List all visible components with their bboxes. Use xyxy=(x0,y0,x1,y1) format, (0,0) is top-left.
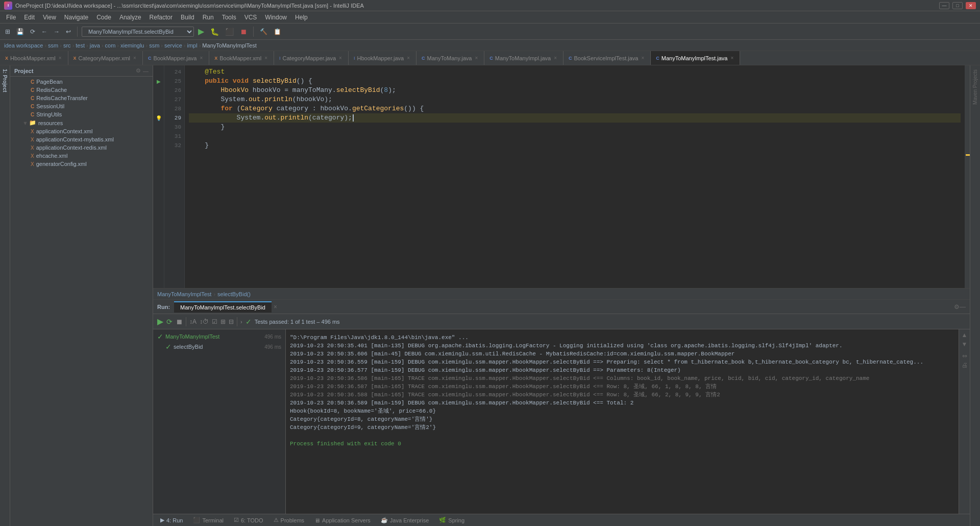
breadcrumb-java[interactable]: java xyxy=(90,42,100,49)
close-button[interactable]: ✕ xyxy=(966,2,976,9)
bottom-tab-todo[interactable]: ☑ 6: TODO xyxy=(229,516,268,524)
gutter-bulb-29[interactable]: 💡 xyxy=(153,113,164,123)
tree-item-appcontext-xml[interactable]: X applicationContext.xml xyxy=(10,127,153,135)
breadcrumb-method[interactable]: selectByBid() xyxy=(217,291,251,297)
code-scrollbar[interactable] xyxy=(965,65,970,288)
project-collapse[interactable]: — xyxy=(143,67,149,74)
run-next-failed[interactable]: › xyxy=(240,319,242,325)
tab-hbookmapper-xml[interactable]: X HbookMapper.xml × xyxy=(0,51,68,65)
tab-manytomanyimpl-java[interactable]: C ManyToManyImpl.java × xyxy=(484,51,564,65)
run-rerun[interactable]: ⟳ xyxy=(166,318,173,326)
tab-hbookmapper-java[interactable]: I HbookMapper.java × xyxy=(349,51,416,65)
menu-refactor[interactable]: Refactor xyxy=(145,13,177,22)
tab-bookmapper-java[interactable]: C BookMapper.java × xyxy=(143,51,209,65)
run-minimize[interactable]: — xyxy=(960,303,966,310)
stop-button[interactable]: ⏹ xyxy=(238,27,249,37)
run-play[interactable]: ▶ xyxy=(157,317,163,326)
breadcrumb-com[interactable]: com xyxy=(105,42,116,49)
build-button[interactable]: 🔨 xyxy=(258,27,270,36)
breadcrumb-impl[interactable]: impl xyxy=(187,42,198,49)
tab-close-manytomany[interactable]: × xyxy=(474,55,479,61)
menu-navigate[interactable]: Navigate xyxy=(60,13,92,22)
menu-window[interactable]: Window xyxy=(261,13,291,22)
collapse-all[interactable]: ⊟ xyxy=(229,318,234,325)
menu-analyze[interactable]: Analyze xyxy=(115,13,145,22)
filter-tests[interactable]: ☑ xyxy=(212,318,217,325)
tree-item-pagebean[interactable]: C PageBean xyxy=(10,78,153,86)
toolbar-forward[interactable]: → xyxy=(52,27,62,36)
tab-manytomanyimpltest-java[interactable]: C ManyToManyImplTest.java × xyxy=(651,51,740,65)
run-stop[interactable]: ⏹ xyxy=(176,318,183,326)
tab-close-manytomanyimpltest[interactable]: × xyxy=(729,55,734,61)
run-tab-close[interactable]: × xyxy=(272,303,279,310)
breadcrumb-ssm2[interactable]: ssm xyxy=(149,42,159,49)
run-output[interactable]: "D:\Program Files\Java\jdk1.8.0_144\bin\… xyxy=(286,329,959,514)
run-settings[interactable]: ⚙ xyxy=(954,303,960,310)
menu-vcs[interactable]: VCS xyxy=(240,13,261,22)
menu-build[interactable]: Build xyxy=(177,13,199,22)
tree-item-sessionutil[interactable]: C SessionUtil xyxy=(10,102,153,110)
toolbar-project-icon[interactable]: ⊞ xyxy=(3,27,12,36)
coverage-button[interactable]: ⬛ xyxy=(223,27,236,37)
tree-item-stringutils[interactable]: C StringUtils xyxy=(10,110,153,118)
project-settings[interactable]: ⚙ xyxy=(136,67,141,74)
tree-item-generatorconfig[interactable]: X generatorConfig.xml xyxy=(10,160,153,168)
toolbar-back[interactable]: ← xyxy=(39,27,50,36)
breadcrumb-xieminglu[interactable]: xieminglu xyxy=(120,42,144,49)
menu-code[interactable]: Code xyxy=(92,13,115,22)
breadcrumb-service[interactable]: service xyxy=(164,42,182,49)
breadcrumb-idea-workspace[interactable]: idea workspace xyxy=(4,42,43,49)
tree-item-resources[interactable]: ▼ 📁 resources xyxy=(10,118,153,127)
tab-manytomany-java[interactable]: C ManyToMany.java × xyxy=(416,51,484,65)
run-tab-active[interactable]: ManyToManyImplTest.selectByBid xyxy=(174,301,272,313)
breadcrumb-test[interactable]: test xyxy=(76,42,85,49)
menu-file[interactable]: File xyxy=(2,13,20,22)
breadcrumb-ssm[interactable]: ssm xyxy=(48,42,58,49)
sort-duration[interactable]: ↕⏱ xyxy=(200,318,209,325)
minimize-button[interactable]: — xyxy=(939,2,949,9)
tree-item-appcontext-mybatis[interactable]: X applicationContext-mybatis.xml xyxy=(10,135,153,144)
tree-item-appcontext-redis[interactable]: X applicationContext-redis.xml xyxy=(10,144,153,152)
expand-all[interactable]: ⊞ xyxy=(220,318,226,325)
maven-projects-icon[interactable]: Maven Projects xyxy=(972,67,978,107)
tree-item-rediscache[interactable]: C RedisCache xyxy=(10,86,153,94)
sort-alpha[interactable]: ↕A xyxy=(189,318,197,325)
tab-close-bookmapper[interactable]: × xyxy=(199,55,204,61)
bottom-tab-spring[interactable]: 🌿 Spring xyxy=(434,516,470,524)
menu-run[interactable]: Run xyxy=(199,13,218,22)
toolbar-revert[interactable]: ↩ xyxy=(64,27,73,36)
debug-button[interactable]: 🐛 xyxy=(208,27,221,37)
bottom-tab-terminal[interactable]: ⬛ Terminal xyxy=(188,516,229,524)
scroll-down[interactable]: ▼ xyxy=(962,341,968,348)
code-content[interactable]: @Test public void selectByBid() { HbookV… xyxy=(185,65,965,288)
run-button[interactable]: ▶ xyxy=(196,26,206,37)
breadcrumb-src[interactable]: src xyxy=(63,42,71,49)
bottom-tab-run[interactable]: ▶ 4: Run xyxy=(155,516,188,524)
toolbar-sync[interactable]: ⟳ xyxy=(28,27,37,36)
run-tree-child[interactable]: ✓ selectByBid 496 ms xyxy=(155,342,283,352)
bottom-tab-javaee[interactable]: ☕ Java Enterprise xyxy=(376,516,434,524)
tab-close-hbookmapper-java[interactable]: × xyxy=(406,55,411,61)
toolbar-save[interactable]: 💾 xyxy=(14,27,26,36)
gutter-run-25[interactable]: ▶ xyxy=(153,77,164,86)
output-print[interactable]: 🖨 xyxy=(962,362,968,369)
tab-close-categorymapper[interactable]: × xyxy=(132,55,137,61)
menu-view[interactable]: View xyxy=(39,13,60,22)
tab-categorymapper-xml[interactable]: X CategoryMapper.xml × xyxy=(68,51,143,65)
toolbar-extra[interactable]: 📋 xyxy=(272,27,283,36)
tree-item-rediscachetransfer[interactable]: C RedisCacheTransfer xyxy=(10,94,153,102)
tab-close-categorymapper-java[interactable]: × xyxy=(338,55,343,61)
bottom-tab-appservers[interactable]: 🖥 Application Servers xyxy=(309,516,376,524)
run-config-dropdown[interactable]: ManyToManyImplTest.selectByBid xyxy=(82,27,194,37)
menu-edit[interactable]: Edit xyxy=(20,13,39,22)
tab-categorymapper-java[interactable]: I CategoryMapper.java × xyxy=(274,51,349,65)
tab-close-bookserviceimpltest[interactable]: × xyxy=(640,55,645,61)
output-wrap[interactable]: ⇔ xyxy=(962,352,967,360)
maximize-button[interactable]: □ xyxy=(952,2,963,9)
scroll-up[interactable]: ▲ xyxy=(962,331,968,339)
tab-bookserviceimpltest-java[interactable]: C BookServiceImplTest.java × xyxy=(564,51,651,65)
tab-close-hbookmapper[interactable]: × xyxy=(58,55,63,61)
tree-item-ehcache[interactable]: X ehcache.xml xyxy=(10,152,153,160)
bottom-tab-problems[interactable]: ⚠ Problems xyxy=(268,516,309,524)
breadcrumb-class[interactable]: ManyToManyImplTest xyxy=(157,291,211,297)
